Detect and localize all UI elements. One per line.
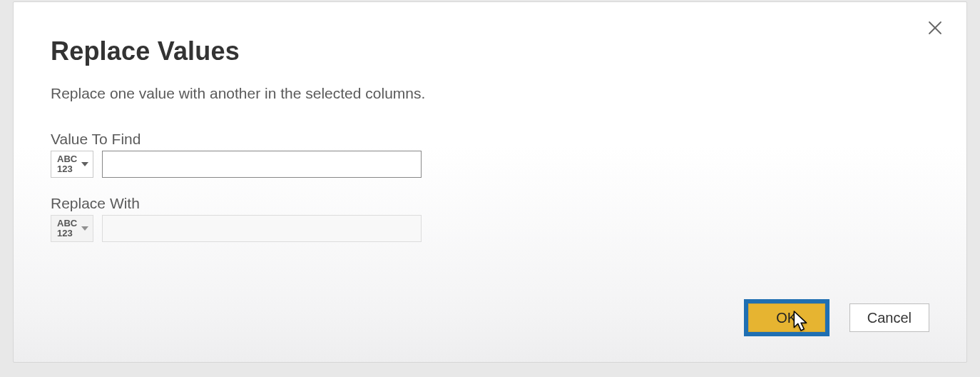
- replace-with-input[interactable]: [102, 215, 422, 242]
- dialog-title: Replace Values: [51, 36, 929, 66]
- value-to-find-type-selector[interactable]: ABC 123: [51, 151, 93, 178]
- 123-text: 123: [57, 228, 77, 238]
- abc-text: ABC: [57, 154, 77, 164]
- field-value-to-find: Value To Find ABC 123: [51, 131, 929, 178]
- ok-button-highlight: OK: [744, 299, 830, 336]
- any-type-icon: ABC 123: [57, 218, 77, 238]
- replace-with-label: Replace With: [51, 195, 929, 212]
- ok-button[interactable]: OK: [748, 303, 825, 332]
- dialog-content: Replace Values Replace one value with an…: [51, 36, 929, 259]
- dialog-button-row: OK Cancel: [744, 299, 929, 336]
- replace-with-type-selector[interactable]: ABC 123: [51, 215, 93, 242]
- chevron-down-icon: [81, 162, 88, 166]
- chevron-down-icon: [81, 226, 88, 231]
- replace-with-row: ABC 123: [51, 215, 929, 242]
- any-type-icon: ABC 123: [57, 154, 77, 174]
- 123-text: 123: [57, 164, 77, 174]
- dialog-description: Replace one value with another in the se…: [51, 85, 929, 102]
- value-to-find-row: ABC 123: [51, 151, 929, 178]
- svg-marker-3: [81, 226, 88, 231]
- replace-values-dialog: Replace Values Replace one value with an…: [13, 1, 967, 363]
- svg-marker-2: [81, 162, 88, 166]
- value-to-find-input[interactable]: [102, 151, 422, 178]
- abc-text: ABC: [57, 218, 77, 228]
- field-replace-with: Replace With ABC 123: [51, 195, 929, 242]
- value-to-find-label: Value To Find: [51, 131, 929, 148]
- cancel-button[interactable]: Cancel: [849, 303, 929, 332]
